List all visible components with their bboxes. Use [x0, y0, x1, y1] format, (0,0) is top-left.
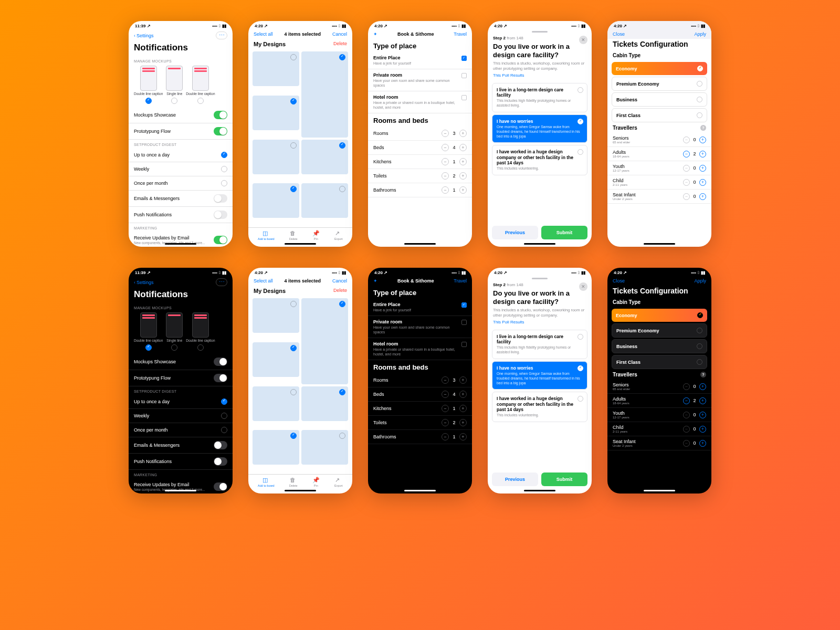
radio-row[interactable]: Once per month — [129, 423, 233, 437]
switch[interactable] — [214, 374, 227, 382]
tile-checkbox[interactable] — [339, 301, 345, 307]
poll-option[interactable]: I live in a long-term design care facili… — [492, 83, 587, 112]
cabin-option[interactable]: First Class — [612, 108, 707, 122]
apply-button[interactable]: Apply — [694, 278, 706, 284]
plus-button[interactable]: + — [459, 419, 467, 426]
radio-icon[interactable] — [171, 344, 177, 351]
radio-row[interactable]: Up to once a day — [129, 395, 233, 409]
minus-button[interactable]: − — [683, 193, 690, 200]
switch[interactable] — [214, 236, 227, 244]
minus-button[interactable]: − — [683, 165, 690, 172]
design-tile[interactable] — [253, 183, 299, 218]
design-tile[interactable] — [253, 386, 299, 421]
brand-icon[interactable]: ✦ — [373, 278, 377, 284]
switch[interactable] — [214, 111, 227, 119]
previous-button[interactable]: Previous — [492, 472, 538, 486]
radio-icon[interactable] — [145, 98, 152, 104]
tile-checkbox[interactable] — [339, 54, 345, 60]
switch[interactable] — [214, 211, 227, 219]
switch[interactable] — [214, 441, 227, 449]
tile-checkbox[interactable] — [290, 54, 297, 60]
minus-button[interactable]: − — [442, 433, 449, 440]
cancel-button[interactable]: Cancel — [332, 278, 347, 284]
help-icon[interactable]: ? — [700, 372, 706, 377]
tile-checkbox[interactable] — [339, 433, 345, 439]
minus-button[interactable]: − — [442, 144, 449, 151]
switch[interactable] — [214, 358, 227, 366]
switch[interactable] — [214, 194, 227, 203]
tab-add-to-board[interactable]: ◫Add to board — [258, 477, 275, 487]
radio-icon[interactable] — [145, 344, 152, 351]
tab-pin[interactable]: 📌Pin — [312, 230, 320, 240]
tab-export[interactable]: ↗Export — [334, 230, 343, 240]
plus-button[interactable]: + — [459, 433, 467, 440]
place-option[interactable]: Private room Have your own room and shar… — [368, 316, 472, 338]
minus-button[interactable]: − — [442, 186, 449, 194]
tab-pin[interactable]: 📌Pin — [312, 477, 320, 487]
place-option[interactable]: Entire Place Have a jerk for yourself — [368, 52, 472, 69]
tile-checkbox[interactable] — [339, 142, 345, 149]
plus-button[interactable]: + — [699, 383, 706, 390]
apply-button[interactable]: Apply — [694, 32, 706, 37]
minus-button[interactable]: − — [683, 440, 690, 447]
design-tile[interactable] — [301, 298, 348, 384]
plus-button[interactable]: + — [699, 412, 706, 418]
close-button[interactable]: ✕ — [579, 36, 587, 44]
design-tile[interactable] — [253, 298, 299, 333]
back-button[interactable]: ‹Settings — [134, 33, 154, 38]
place-option[interactable]: Hotel room Have a private or shared room… — [368, 91, 472, 113]
design-tile[interactable] — [253, 96, 299, 130]
delete-button[interactable]: Delete — [333, 288, 347, 294]
poll-option[interactable]: I live in a long-term design care facili… — [492, 330, 587, 359]
design-tile[interactable] — [301, 386, 348, 421]
cabin-option[interactable]: Premium Economy — [612, 77, 707, 91]
tile-checkbox[interactable] — [290, 142, 297, 149]
design-tile[interactable] — [253, 51, 299, 86]
switch[interactable] — [214, 482, 227, 491]
mockup-option-2[interactable]: Double line caption — [186, 312, 215, 351]
place-option[interactable]: Hotel room Have a private or shared room… — [368, 338, 472, 360]
radio-icon[interactable] — [197, 344, 204, 351]
close-button[interactable]: ✕ — [579, 282, 587, 291]
plus-button[interactable]: + — [459, 186, 467, 194]
radio-icon[interactable] — [197, 98, 204, 104]
minus-button[interactable]: − — [683, 397, 690, 404]
tile-checkbox[interactable] — [290, 345, 297, 351]
plus-button[interactable]: + — [459, 172, 467, 180]
plus-button[interactable]: + — [459, 391, 467, 398]
minus-button[interactable]: − — [683, 179, 690, 186]
tile-checkbox[interactable] — [339, 389, 345, 395]
cabin-option[interactable]: Business — [612, 339, 707, 353]
tab-export[interactable]: ↗Export — [334, 477, 343, 487]
switch[interactable] — [214, 457, 227, 466]
design-tile[interactable] — [301, 140, 348, 174]
cabin-option[interactable]: Premium Economy — [612, 323, 707, 338]
minus-button[interactable]: − — [442, 391, 449, 398]
tile-checkbox[interactable] — [339, 186, 345, 192]
plus-button[interactable]: + — [699, 136, 706, 143]
back-button[interactable]: ‹Settings — [134, 280, 154, 285]
minus-button[interactable]: − — [683, 151, 690, 158]
place-option[interactable]: Entire Place Have a jerk for yourself — [368, 299, 472, 316]
minus-button[interactable]: − — [442, 376, 449, 384]
cabin-option[interactable]: Economy — [612, 62, 707, 75]
plus-button[interactable]: + — [459, 158, 467, 165]
mockup-option-0[interactable]: Double line caption — [134, 66, 163, 104]
plus-button[interactable]: + — [699, 397, 706, 404]
design-tile[interactable] — [301, 51, 348, 138]
brand-icon[interactable]: ✦ — [373, 32, 377, 37]
place-option[interactable]: Private room Have your own room and shar… — [368, 69, 472, 91]
cabin-option[interactable]: Business — [612, 92, 707, 107]
minus-button[interactable]: − — [442, 419, 449, 426]
poll-option[interactable]: I have no worries One morning, when Greg… — [492, 361, 587, 390]
tab-delete[interactable]: 🗑Delete — [289, 230, 298, 240]
tile-checkbox[interactable] — [290, 98, 297, 104]
minus-button[interactable]: − — [683, 136, 690, 143]
plus-button[interactable]: + — [699, 426, 706, 433]
design-tile[interactable] — [253, 140, 299, 174]
minus-button[interactable]: − — [442, 405, 449, 412]
poll-results-link[interactable]: This Poll Results — [488, 73, 592, 81]
mockup-option-2[interactable]: Double line caption — [186, 66, 215, 104]
plus-button[interactable]: + — [699, 179, 706, 186]
help-icon[interactable]: ? — [700, 125, 706, 131]
